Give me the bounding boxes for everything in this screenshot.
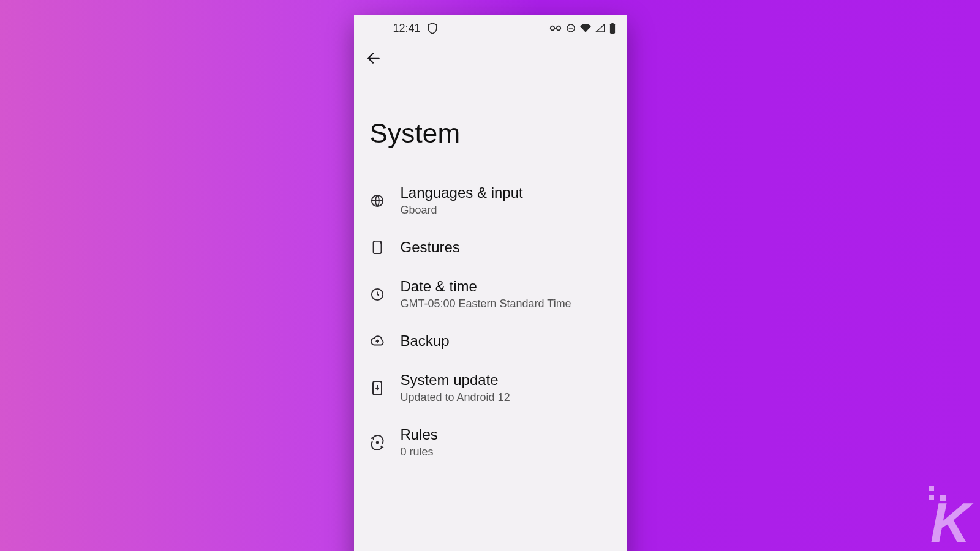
setting-rules[interactable]: Rules 0 rules [354,415,627,470]
back-button[interactable] [360,45,387,72]
cloud-upload-icon [370,334,385,348]
page-title: System [354,75,627,173]
setting-title: Languages & input [401,184,523,201]
setting-title: Gestures [401,239,460,256]
setting-subtitle: GMT-05:00 Eastern Standard Time [401,298,571,310]
setting-title: System update [401,372,510,389]
system-update-icon [370,381,385,395]
cellular-icon [595,24,605,32]
status-bar: 12:41 [354,15,627,41]
watermark: K [930,486,969,545]
battery-icon [609,23,616,34]
shield-icon [427,22,438,34]
svg-point-0 [550,26,554,31]
svg-point-10 [375,441,379,444]
gesture-icon [370,240,385,255]
setting-title: Date & time [401,278,571,295]
arrow-left-icon [366,50,382,66]
svg-point-7 [380,242,381,243]
setting-title: Backup [401,332,450,350]
setting-languages-input[interactable]: Languages & input Gboard [354,173,627,228]
vr-icon [549,24,562,32]
setting-date-time[interactable]: Date & time GMT-05:00 Eastern Standard T… [354,267,627,321]
setting-title: Rules [401,426,438,443]
svg-rect-4 [611,23,613,24]
setting-subtitle: 0 rules [401,446,438,459]
status-time: 12:41 [393,22,421,35]
svg-rect-3 [609,24,614,34]
wifi-icon [580,24,591,32]
svg-point-1 [556,26,560,31]
setting-gestures[interactable]: Gestures [354,228,627,267]
setting-backup[interactable]: Backup [354,321,627,361]
setting-subtitle: Updated to Android 12 [401,391,510,404]
setting-subtitle: Gboard [401,204,523,217]
wallpaper: 12:41 [0,0,980,551]
dnd-icon [566,23,576,33]
settings-list: Languages & input Gboard Gestures [354,173,627,470]
globe-icon [370,193,385,208]
clock-icon [370,287,385,302]
phone-frame: 12:41 [354,15,627,551]
setting-system-update[interactable]: System update Updated to Android 12 [354,361,627,415]
app-bar [354,41,627,75]
rules-icon [370,435,385,450]
